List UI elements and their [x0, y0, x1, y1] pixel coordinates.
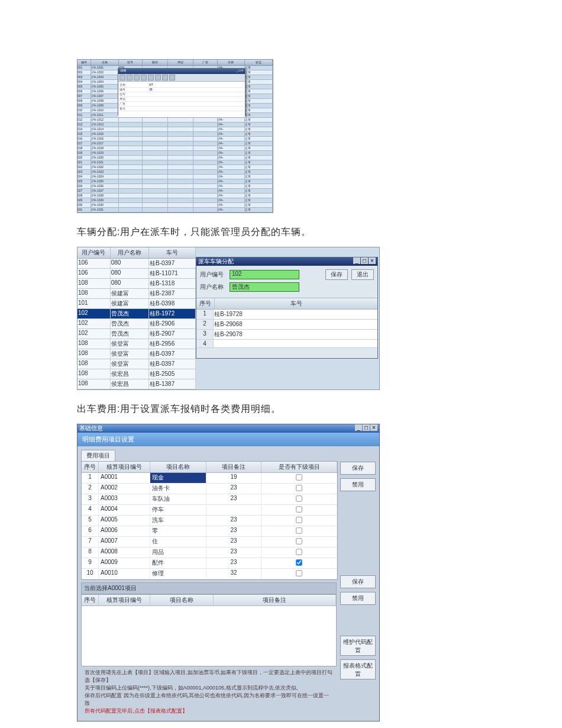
save2-button[interactable]: 保存 — [340, 575, 376, 588]
table-row[interactable]: 108侯建富桂B-2387 — [77, 289, 196, 299]
col-vehicle[interactable]: 车号 — [149, 247, 196, 258]
table-row[interactable]: 3A0003车队油23 — [82, 494, 337, 505]
fig1-vehicle-grid: 编号名称型号颜色类型厂家车牌状态 001沪A-1001M36沪A-正常002沪A… — [77, 59, 273, 213]
fee-items-grid[interactable]: 序号 核算项目编号 项目名称 项目备注 是否有下级项目 1A0001现金192A… — [81, 461, 338, 580]
has-children-checkbox[interactable] — [296, 517, 302, 523]
has-children-checkbox[interactable] — [296, 538, 302, 544]
has-children-checkbox[interactable] — [296, 570, 302, 576]
table-row[interactable]: 108侯宏昌桂B-2505 — [77, 369, 196, 379]
table-row[interactable]: 106080桂B-11071 — [77, 269, 196, 279]
table-row[interactable]: 017沪A-1017沪A-正常 — [77, 141, 273, 146]
table-row[interactable]: 1桂B-19728 — [196, 310, 377, 320]
table-row[interactable]: 018沪A-1018沪A-正常 — [77, 146, 273, 151]
table-row[interactable]: 106080桂B-0397 — [77, 259, 196, 269]
table-row[interactable]: 024沪A-1024沪A-正常 — [77, 175, 273, 179]
table-row[interactable]: 015沪A-1015沪A-正常 — [77, 132, 273, 137]
fig1-col[interactable]: 状态 — [245, 60, 273, 65]
table-row[interactable]: 030沪A-1030沪A-正常 — [77, 203, 273, 208]
table-row[interactable]: 027沪A-1027沪A-正常 — [77, 189, 273, 194]
table-row[interactable]: 108080桂B-1318 — [77, 279, 196, 289]
table-row[interactable]: 026沪A-1026沪A-正常 — [77, 184, 273, 189]
table-row[interactable]: 014沪A-1014沪A-正常 — [77, 127, 273, 132]
table-row[interactable]: 031沪A-1031沪A-正常 — [77, 208, 273, 212]
table-row[interactable]: 108侯登富桂B-0397 — [77, 349, 196, 359]
table-row[interactable]: 4 — [196, 340, 377, 348]
table-row[interactable]: 022沪A-1022沪A-正常 — [77, 165, 273, 170]
table-row[interactable]: 108侯登富桂B-2956 — [77, 339, 196, 349]
input-user-name[interactable]: 曾茂杰 — [230, 282, 299, 292]
fig1-detail-modal: 详情 _ □ × 名称MT编号38型号类别厂家备注 — [118, 68, 246, 115]
table-row[interactable]: 2桂B-29068 — [196, 320, 377, 330]
tab-fee-items[interactable]: 费用项目 — [81, 450, 115, 461]
table-row[interactable]: 013沪A-1013沪A-正常 — [77, 123, 273, 127]
save-button[interactable]: 保存 — [340, 462, 376, 475]
has-children-checkbox[interactable] — [296, 559, 302, 565]
fig1-col[interactable]: 颜色 — [143, 60, 168, 65]
table-row[interactable]: 019沪A-1019沪A-正常 — [77, 151, 273, 156]
code-config-button[interactable]: 维护代码配置 — [340, 636, 376, 656]
table-row[interactable]: 108侯宏昌桂B-1387 — [77, 379, 196, 389]
has-children-checkbox[interactable] — [296, 527, 302, 533]
col-vehicle[interactable]: 车号 — [215, 298, 377, 309]
col-seq[interactable]: 序号 — [82, 462, 99, 472]
table-row[interactable]: 6A0006零23 — [82, 526, 337, 537]
table-row[interactable]: 8A0008用品23 — [82, 547, 337, 558]
has-children-checkbox[interactable] — [296, 485, 302, 491]
table-row[interactable]: 028沪A-1028沪A-正常 — [77, 194, 273, 198]
window-controls[interactable]: _ □ × — [237, 69, 244, 74]
table-row[interactable]: 9A0009配件23 — [82, 558, 337, 569]
has-children-checkbox[interactable] — [296, 474, 302, 480]
table-row[interactable]: 102曾茂杰桂B-2906 — [77, 319, 196, 329]
table-row[interactable]: 7A0007住23 — [82, 537, 337, 547]
col2-name[interactable]: 项目名称 — [150, 595, 214, 605]
table-row[interactable]: 021沪A-1021沪A-正常 — [77, 160, 273, 165]
disable-button[interactable]: 禁用 — [340, 478, 376, 491]
detail-row: 备注 — [119, 107, 244, 111]
window-controls[interactable]: _□× — [353, 257, 376, 266]
report-config-button[interactable]: 报表格式配置 — [340, 659, 376, 679]
disable2-button[interactable]: 禁用 — [340, 592, 376, 605]
has-children-checkbox[interactable] — [296, 506, 302, 512]
fig1-col[interactable]: 厂家 — [193, 60, 218, 65]
table-row[interactable]: 2A0002油务卡23 — [82, 484, 337, 494]
table-row[interactable]: 025沪A-1025沪A-正常 — [77, 179, 273, 184]
fig1-col[interactable]: 类型 — [168, 60, 193, 65]
col-note[interactable]: 项目备注 — [206, 462, 261, 472]
col-child[interactable]: 是否有下级项目 — [261, 462, 337, 472]
table-row[interactable]: 102曾茂杰桂B-2907 — [77, 329, 196, 339]
input-user-id[interactable]: 102 — [230, 270, 299, 279]
fig1-col[interactable]: 车牌 — [218, 60, 246, 65]
table-row[interactable]: 101侯建富桂B-0398 — [77, 299, 196, 309]
table-row[interactable]: 108侯登富桂B-0397 — [77, 359, 196, 369]
col-name[interactable]: 项目名称 — [150, 462, 206, 472]
exit-button[interactable]: 退出 — [351, 269, 374, 280]
col-user-id[interactable]: 用户编号 — [77, 247, 111, 258]
table-row[interactable]: 029沪A-1029沪A-正常 — [77, 198, 273, 203]
has-children-checkbox[interactable] — [296, 549, 302, 555]
window-controls[interactable]: _□× — [354, 424, 377, 433]
fig1-col[interactable]: 型号 — [119, 60, 143, 65]
table-row[interactable]: 020沪A-1020沪A-正常 — [77, 156, 273, 160]
detail-row: 厂家 — [119, 102, 244, 107]
has-children-checkbox[interactable] — [296, 495, 302, 501]
table-row[interactable]: 3桂B-29078 — [196, 330, 377, 340]
fig1-col[interactable]: 编号 — [77, 60, 91, 65]
table-row[interactable]: 1A0001现金19 — [82, 473, 337, 484]
col2-code[interactable]: 核算项目编号 — [99, 595, 150, 605]
col-code[interactable]: 核算项目编号 — [99, 462, 150, 472]
col-seq[interactable]: 序号 — [196, 298, 215, 309]
table-row[interactable]: 4A0004停车 — [82, 505, 337, 516]
fig1-modal-toolbar[interactable] — [118, 74, 245, 82]
col2-note[interactable]: 项目备注 — [214, 595, 336, 605]
table-row[interactable]: 5A0005洗车23 — [82, 516, 337, 526]
col-user-name[interactable]: 用户名称 — [111, 247, 149, 258]
fig1-col[interactable]: 名称 — [91, 60, 119, 65]
table-row[interactable]: 102曾茂杰桂B-1972 — [77, 309, 196, 319]
table-row[interactable]: 012沪A-1012沪A-正常 — [77, 118, 273, 123]
table-row[interactable]: 023沪A-1023沪A-正常 — [77, 170, 273, 175]
table-row[interactable]: 016沪A-1016沪A-正常 — [77, 137, 273, 141]
save-button[interactable]: 保存 — [325, 269, 348, 280]
fee-subitems-grid[interactable]: 序号 核算项目编号 项目名称 项目备注 — [81, 594, 337, 666]
table-row[interactable]: 10A0010修理32 — [82, 569, 337, 579]
col2-seq[interactable]: 序号 — [82, 595, 99, 605]
